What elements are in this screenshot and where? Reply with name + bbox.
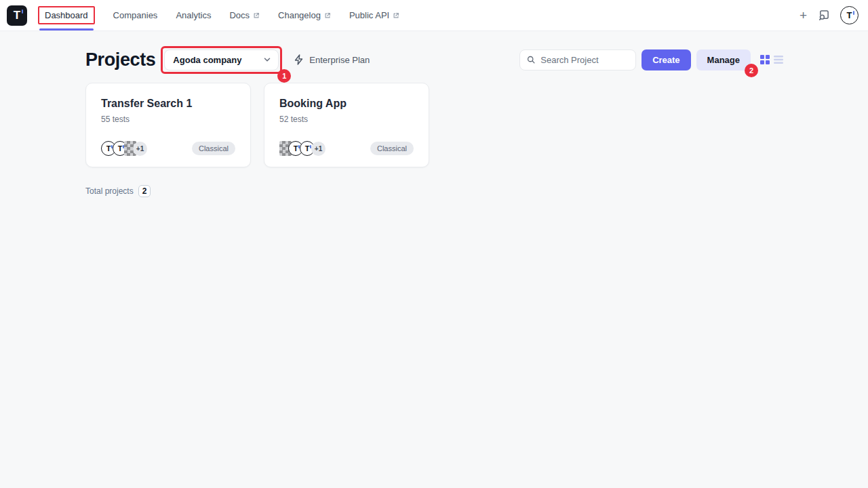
projects-summary: Total projects 2 [85,185,783,197]
nav-label: Analytics [176,10,211,20]
main-content: Projects Agoda company 1 Enterprise Plan… [0,31,868,197]
t-logo-icon: T [14,9,20,21]
project-card-transfer-search[interactable]: Transfer Search 1 55 tests T T +1 Classi… [85,83,251,167]
top-navbar: T Dashboard Companies Analytics Docs Cha… [0,0,868,31]
more-members-badge: +1 [133,142,147,156]
external-link-icon [253,12,260,19]
header-actions: + T [800,0,859,30]
project-type-badge: Classical [192,142,235,155]
project-name: Transfer Search 1 [101,98,235,110]
create-button[interactable]: Create [642,49,690,70]
search-icon [527,55,535,64]
lightning-icon [294,54,304,65]
project-search [519,49,636,70]
view-toggle [760,55,783,64]
nav-item-dashboard[interactable]: Dashboard [38,0,95,30]
projects-toolbar: Projects Agoda company 1 Enterprise Plan… [85,46,783,73]
plan-indicator: Enterprise Plan [294,54,370,65]
grid-view-icon[interactable] [760,55,770,64]
add-icon[interactable]: + [800,9,807,22]
annotation-step-1: 1 [277,69,291,83]
nav-label: Companies [113,10,158,20]
project-card-grid: Transfer Search 1 55 tests T T +1 Classi… [85,83,783,167]
project-test-count: 52 tests [279,115,414,124]
activity-search-icon[interactable] [818,9,829,21]
manage-button[interactable]: Manage [696,49,751,70]
search-input[interactable] [540,55,629,65]
app-logo[interactable]: T [7,5,27,26]
nav-item-analytics[interactable]: Analytics [176,0,211,30]
t-logo-icon: T [847,11,852,20]
nav-label: Public API [349,10,389,20]
project-type-badge: Classical [370,142,414,155]
user-avatar[interactable]: T [840,6,859,24]
nav-item-docs[interactable]: Docs [229,0,260,30]
chevron-down-icon [263,56,271,64]
annotation-box-dashboard: Dashboard [38,6,95,24]
company-select[interactable]: Agoda company [164,49,279,70]
company-select-value: Agoda company [173,55,241,65]
nav-label: Dashboard [45,10,88,20]
member-avatars: T T +1 [279,141,322,156]
nav-label: Changelog [278,10,321,20]
main-nav: Dashboard Companies Analytics Docs Chang… [38,0,399,30]
external-link-icon [393,12,399,19]
project-test-count: 55 tests [101,115,235,124]
external-link-icon [324,12,331,19]
nav-item-public-api[interactable]: Public API [349,0,399,30]
project-card-booking-app[interactable]: Booking App 52 tests T T +1 Classical [264,83,429,167]
list-view-icon[interactable] [774,56,783,64]
annotation-step-2: 2 [745,64,758,77]
page-title: Projects [85,49,155,70]
nav-label: Docs [229,10,250,20]
total-projects-count: 2 [138,185,151,197]
plan-label: Enterprise Plan [309,55,370,65]
nav-item-companies[interactable]: Companies [113,0,158,30]
project-name: Booking App [279,98,414,110]
annotation-box-company-select: Agoda company 1 [161,46,282,74]
more-members-badge: +1 [311,142,326,156]
nav-item-changelog[interactable]: Changelog [278,0,331,30]
member-avatars: T T +1 [101,141,144,156]
total-projects-label: Total projects [85,186,134,196]
